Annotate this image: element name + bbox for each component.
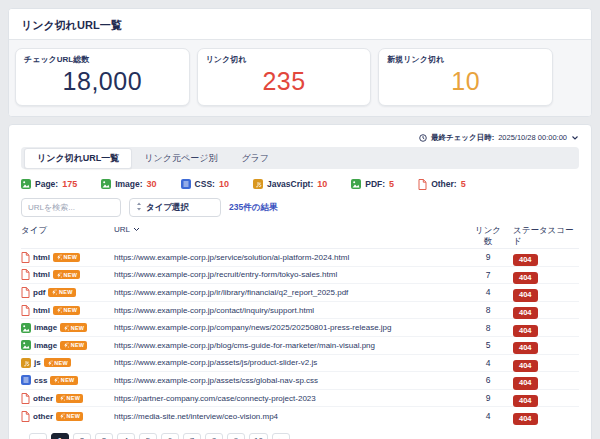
new-badge: NEW	[56, 412, 83, 421]
table-row[interactable]: otherNEW https://partner-company.com/cas…	[21, 390, 579, 408]
page-button-6[interactable]: 6	[161, 433, 179, 439]
doc-icon	[21, 305, 30, 316]
col-link-count[interactable]: リンク数	[471, 225, 505, 246]
prev-page-button[interactable]: <	[29, 433, 47, 439]
spark-icon	[51, 289, 57, 295]
url-search-input[interactable]	[21, 198, 121, 217]
col-type[interactable]: タイプ	[21, 225, 114, 236]
stat-pdf: PDF: 5	[351, 179, 394, 189]
page-button-7[interactable]: 7	[183, 433, 201, 439]
card-broken-links: リンク切れ 235	[197, 48, 372, 106]
col-status-code[interactable]: ステータスコード	[505, 225, 579, 246]
tab-by-source-page[interactable]: リンク元ページ別	[132, 149, 229, 168]
file-type-label: other	[33, 394, 53, 403]
broken-url-table: タイプ URL リンク数 ステータスコード htmlNEW https://ww…	[21, 222, 579, 425]
broken-url[interactable]: https://www.example-corp.jp/service/solu…	[114, 253, 471, 262]
image-icon	[21, 323, 31, 333]
col-url[interactable]: URL	[114, 225, 471, 235]
new-badge: NEW	[44, 358, 71, 367]
page-button-10[interactable]: 10	[249, 433, 268, 439]
broken-url[interactable]: https://www.example-corp.jp/contact/inqu…	[114, 306, 471, 315]
js-icon	[253, 179, 263, 189]
link-count: 9	[471, 393, 505, 403]
page: リンク切れURL一覧 チェックURL総数 18,000 リンク切れ 235 新規…	[0, 0, 600, 439]
new-badge: NEW	[60, 341, 87, 350]
table-row[interactable]: htmlNEW https://www.example-corp.jp/cont…	[21, 302, 579, 320]
page-button-4[interactable]: 4	[117, 433, 135, 439]
table-row[interactable]: pdfNEW https://www.example-corp.jp/ir/li…	[21, 284, 579, 302]
table-header: タイプ URL リンク数 ステータスコード	[21, 222, 579, 249]
page-button-3[interactable]: 3	[95, 433, 113, 439]
stat-css: CSS: 10	[181, 179, 229, 189]
status-code-badge: 404	[513, 254, 538, 266]
table-row[interactable]: jsNEW https://www.example-corp.jp/assets…	[21, 355, 579, 373]
type-stats-row: Page: 175 Image: 30 CSS: 10 JavasCript: …	[21, 178, 579, 190]
file-type-label: css	[34, 376, 47, 385]
table-row[interactable]: otherNEW https://media-site.net/intervie…	[21, 407, 579, 425]
broken-url[interactable]: https://www.example-corp.jp/ir/library/f…	[114, 288, 471, 297]
table-row[interactable]: imageNEW https://www.example-corp.jp/com…	[21, 319, 579, 337]
spark-icon	[56, 307, 62, 313]
tab-bar: リンク切れURL一覧 リンク元ページ別 グラフ	[21, 147, 579, 169]
css-icon	[21, 375, 31, 385]
tab-broken-url-list[interactable]: リンク切れURL一覧	[24, 148, 132, 169]
card-new-broken-links: 新規リンク切れ 10	[378, 48, 553, 106]
page-button-9[interactable]: 9	[227, 433, 245, 439]
main-panel: 最終チェック日時: 2025/10/28 00:00:00 リンク切れURL一覧…	[8, 124, 592, 439]
file-type-label: html	[33, 306, 50, 315]
broken-url[interactable]: https://www.example-corp.jp/company/news…	[114, 323, 471, 332]
link-count: 5	[471, 340, 505, 350]
stat-javascript: JavasCript: 10	[253, 179, 327, 189]
page-button-5[interactable]: 5	[139, 433, 157, 439]
link-count: 8	[471, 305, 505, 315]
pagination: < 1 2 3 4 5 6 7 8 9 10 >	[21, 433, 579, 439]
broken-url[interactable]: https://www.example-corp.jp/assets/css/g…	[114, 376, 471, 385]
status-code-badge: 404	[513, 289, 538, 301]
page-button-8[interactable]: 8	[205, 433, 223, 439]
next-page-button[interactable]: >	[272, 433, 290, 439]
spark-icon	[59, 395, 65, 401]
doc-icon	[21, 269, 30, 280]
stat-other: Other: 5	[418, 179, 466, 190]
link-count: 6	[471, 375, 505, 385]
title-bar: リンク切れURL一覧	[9, 9, 591, 40]
card-value: 10	[387, 67, 544, 96]
result-count: 235件の結果	[229, 202, 277, 214]
spark-icon	[56, 272, 62, 278]
image-icon	[21, 340, 31, 350]
link-count: 9	[471, 252, 505, 262]
last-check-row[interactable]: 最終チェック日時: 2025/10/28 00:00:00	[21, 131, 579, 144]
broken-url[interactable]: https://media-site.net/interview/ceo-vis…	[114, 412, 471, 421]
new-badge: NEW	[50, 376, 77, 385]
new-badge: NEW	[53, 253, 80, 262]
status-code-badge: 404	[513, 413, 538, 425]
card-total-checked: チェックURL総数 18,000	[15, 48, 190, 106]
status-code-badge: 404	[513, 307, 538, 319]
page-button-1[interactable]: 1	[51, 433, 69, 439]
table-row[interactable]: imageNEW https://www.example-corp.jp/blo…	[21, 337, 579, 355]
status-code-badge: 404	[513, 325, 538, 337]
chevron-down-icon[interactable]	[571, 135, 579, 141]
table-row[interactable]: htmlNEW https://www.example-corp.jp/serv…	[21, 249, 579, 267]
stat-image: Image: 30	[101, 179, 156, 189]
card-value: 18,000	[24, 67, 181, 96]
card-value: 235	[206, 67, 363, 96]
sort-chevron-icon	[133, 225, 140, 235]
file-type-label: other	[33, 412, 53, 421]
broken-url[interactable]: https://www.example-corp.jp/assets/js/pr…	[114, 358, 471, 367]
broken-url[interactable]: https://www.example-corp.jp/blog/cms-gui…	[114, 341, 471, 350]
broken-url[interactable]: https://www.example-corp.jp/recruit/entr…	[114, 270, 471, 279]
table-row[interactable]: cssNEW https://www.example-corp.jp/asset…	[21, 372, 579, 390]
broken-url[interactable]: https://partner-company.com/case/connect…	[114, 394, 471, 403]
summary-cards: チェックURL総数 18,000 リンク切れ 235 新規リンク切れ 10	[9, 40, 591, 116]
page-title: リンク切れURL一覧	[21, 19, 122, 31]
type-select[interactable]: タイプ選択	[129, 198, 221, 217]
table-row[interactable]: htmlNEW https://www.example-corp.jp/recr…	[21, 267, 579, 285]
spark-icon	[63, 325, 69, 331]
spark-icon	[47, 360, 53, 366]
image-icon	[101, 179, 111, 189]
tab-graph[interactable]: グラフ	[229, 149, 281, 168]
page-button-2[interactable]: 2	[73, 433, 91, 439]
status-code-badge: 404	[513, 395, 538, 407]
link-count: 8	[471, 323, 505, 333]
